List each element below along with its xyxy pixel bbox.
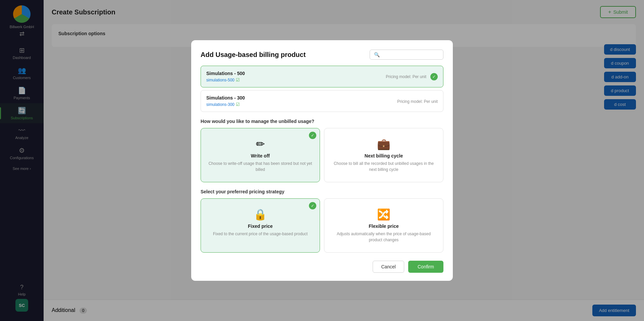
option-title: Next billing cycle bbox=[331, 153, 436, 158]
product-name: Simulations - 300 bbox=[206, 95, 245, 101]
product-item-simulations-500[interactable]: Simulations - 500 simulations-500 ☑ Pric… bbox=[201, 66, 443, 87]
modal-header: Add Usage-based billing product 🔍 bbox=[201, 50, 443, 60]
confirm-label: Confirm bbox=[418, 264, 434, 269]
option-next-billing[interactable]: 💼 Next billing cycle Choose to bill all … bbox=[324, 128, 443, 182]
confirm-button[interactable]: Confirm bbox=[408, 261, 443, 273]
product-list: Simulations - 500 simulations-500 ☑ Pric… bbox=[201, 66, 443, 112]
option-title: Fixed price bbox=[208, 223, 313, 229]
option-desc: Adjusts automatically when the price of … bbox=[331, 231, 436, 243]
product-item-info: Simulations - 500 simulations-500 ☑ bbox=[206, 71, 245, 82]
unbilled-options-grid: ✓ ✏ Write off Choose to write-off usage … bbox=[201, 128, 443, 182]
search-box[interactable]: 🔍 bbox=[370, 50, 443, 60]
product-item-simulations-300[interactable]: Simulations - 300 simulations-300 ☑ Pric… bbox=[201, 90, 443, 112]
pricing-model: Pricing model: Per unit bbox=[397, 99, 438, 104]
modal-dialog: Add Usage-based billing product 🔍 Simula… bbox=[191, 40, 453, 281]
product-name: Simulations - 500 bbox=[206, 71, 245, 76]
option-selected-check: ✓ bbox=[309, 202, 316, 209]
pricing-options-grid: ✓ 🔒 Fixed price Fixed to the current pri… bbox=[201, 198, 443, 253]
modal-overlay[interactable]: Add Usage-based billing product 🔍 Simula… bbox=[0, 0, 644, 321]
search-input[interactable] bbox=[382, 52, 439, 57]
option-write-off[interactable]: ✓ ✏ Write off Choose to write-off usage … bbox=[201, 128, 320, 182]
product-item-right: Pricing model: Per unit ✓ bbox=[386, 73, 438, 80]
unbilled-section-label: How would you like to manage the unbille… bbox=[201, 119, 443, 124]
cancel-label: Cancel bbox=[381, 264, 396, 269]
product-item-right: Pricing model: Per unit bbox=[397, 98, 438, 104]
flexible-price-icon: 🔀 bbox=[331, 208, 436, 221]
pricing-section-label: Select your preferred pricing strategy bbox=[201, 189, 443, 194]
option-selected-check: ✓ bbox=[309, 132, 316, 139]
verified-icon: ☑ bbox=[236, 77, 240, 82]
modal-footer: Cancel Confirm bbox=[201, 261, 443, 273]
pricing-model: Pricing model: Per unit bbox=[386, 74, 426, 79]
selected-checkmark: ✓ bbox=[430, 73, 438, 80]
option-desc: Choose to write-off usage that has been … bbox=[208, 160, 313, 173]
modal-title: Add Usage-based billing product bbox=[201, 51, 306, 59]
product-id: simulations-300 ☑ bbox=[206, 102, 245, 107]
verified-icon: ☑ bbox=[236, 102, 240, 107]
search-icon: 🔍 bbox=[374, 52, 380, 57]
option-desc: Fixed to the current price of the usage-… bbox=[208, 231, 313, 237]
write-off-icon: ✏ bbox=[208, 138, 313, 150]
option-flexible-price[interactable]: 🔀 Flexible price Adjusts automatically w… bbox=[324, 198, 443, 253]
option-desc: Choose to bill all the recorded but unbi… bbox=[331, 160, 436, 173]
option-title: Flexible price bbox=[331, 223, 436, 229]
product-id: simulations-500 ☑ bbox=[206, 77, 245, 82]
billing-cycle-icon: 💼 bbox=[331, 138, 436, 150]
fixed-price-icon: 🔒 bbox=[208, 208, 313, 221]
option-fixed-price[interactable]: ✓ 🔒 Fixed price Fixed to the current pri… bbox=[201, 198, 320, 253]
cancel-button[interactable]: Cancel bbox=[373, 261, 404, 273]
option-title: Write off bbox=[208, 153, 313, 158]
product-item-info: Simulations - 300 simulations-300 ☑ bbox=[206, 95, 245, 107]
